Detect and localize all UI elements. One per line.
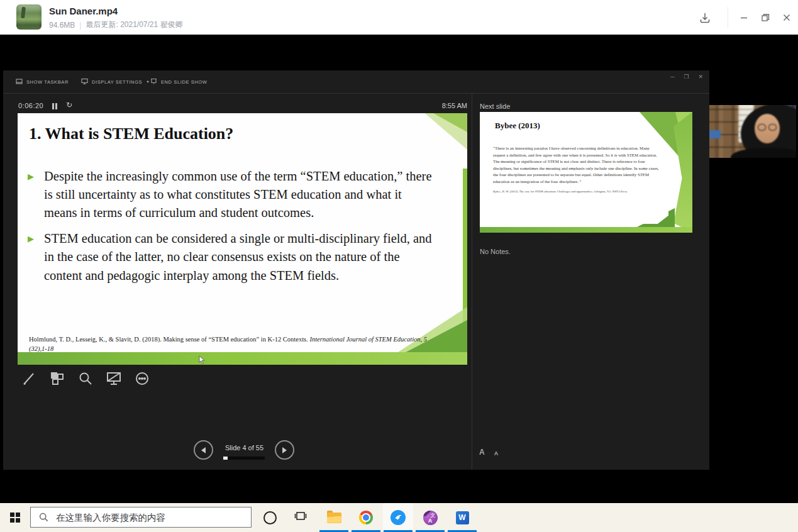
notes-font-controls: A A [479,448,498,457]
next-slide-quote: “There is an interesting paradox I have … [493,145,663,185]
display-settings-icon [81,76,88,87]
word-icon: W [456,511,469,524]
presenter-restore-icon[interactable]: ❐ [684,74,689,80]
see-all-slides-button[interactable] [48,371,66,389]
slide-decoration [673,112,692,233]
search-icon [39,513,48,522]
presenter-minimize-icon[interactable]: ─ [670,74,674,80]
bullet-text: Despite the increasingly common use of t… [44,167,435,222]
slide-bullet-list: ▶ Despite the increasingly common use of… [28,167,435,292]
next-slide-title: Bybee (2013) [495,121,540,131]
file-size: 94.6MB [49,21,75,30]
zoom-slide-button[interactable] [77,371,94,389]
slide-citation: Holmlund, T. D., Lesseig, K., & Slavit, … [29,335,441,353]
meta-separator: | [79,21,81,30]
slide-timer: 0:06:20 [18,102,43,109]
file-explorer-button[interactable] [319,503,349,532]
word-button[interactable]: W [447,503,477,532]
screen-slash-icon [106,371,122,389]
close-button[interactable] [779,9,795,26]
app-window: Sun Daner.mp4 94.6MB | 最后更新: 2021/07/21 … [0,0,798,532]
next-slide-label: Next slide [480,103,510,110]
restore-button[interactable] [757,9,773,26]
pane-divider [472,94,472,470]
last-updated: 最后更新: 2021/07/21 翟俊卿 [86,19,182,30]
slide-grid-icon [50,371,65,389]
translator-button[interactable]: 文 A [415,503,445,532]
video-title: Sun Daner.mp4 [49,6,118,16]
slide-title: 1. What is STEM Education? [29,125,233,143]
start-button[interactable] [0,503,30,532]
translator-icon: 文 A [423,511,438,525]
arrow-left-icon [201,447,206,453]
display-settings-label: DISPLAY SETTINGS [92,79,142,85]
slide-decoration [463,169,467,327]
video-player-surface[interactable]: SHOW TASKBAR DISPLAY SETTINGS ▼ END SLID… [0,35,798,503]
cortana-icon [263,511,277,524]
taskbar-icon [16,76,23,87]
next-slide-body: “There is an interesting paradox I have … [487,141,668,224]
windows-logo-icon [10,513,20,523]
decrease-font-button[interactable]: A [494,450,499,457]
arrow-right-icon [282,447,287,453]
increase-font-button[interactable]: A [479,448,485,457]
download-button[interactable] [697,9,713,26]
dingtalk-icon [391,510,406,525]
windows-taskbar: 文 A W [0,503,798,532]
slide-decoration [480,227,692,233]
app-header: Sun Daner.mp4 94.6MB | 最后更新: 2021/07/21 … [0,0,798,35]
bullet-icon: ▶ [28,167,38,222]
show-taskbar-button[interactable]: SHOW TASKBAR [16,75,69,88]
minimize-button[interactable] [736,9,752,26]
presenter-view: SHOW TASKBAR DISPLAY SETTINGS ▼ END SLID… [3,70,709,470]
next-slide-citation: Bybee, R. W. (2013). The case for STEM e… [493,190,663,193]
display-settings-button[interactable]: DISPLAY SETTINGS ▼ [81,75,150,88]
webcam-video [709,105,796,158]
dingtalk-button[interactable] [383,503,413,532]
chrome-button[interactable] [351,503,381,532]
presenter-glasses [756,124,778,130]
end-slide-show-button[interactable]: END SLIDE SHOW [150,75,207,88]
pen-tool-button[interactable] [20,371,38,389]
toolbar-divider [3,93,709,94]
next-slide-button[interactable] [275,440,294,460]
chevron-down-icon: ▼ [146,80,150,84]
bullet-icon: ▶ [28,230,38,284]
task-view-button[interactable] [286,503,315,532]
task-view-icon [294,511,307,524]
shelf-box [709,130,721,138]
notes-placeholder: No Notes. [480,248,511,255]
previous-slide-button[interactable] [194,440,213,460]
cortana-button[interactable] [255,503,284,532]
presenter-window-controls: ─ ❐ ✕ [670,74,703,80]
citation-text: Holmlund, T. D., Lesseig, K., & Slavit, … [29,336,309,343]
black-screen-button[interactable] [105,371,123,389]
header-divider [728,7,728,28]
more-options-button[interactable] [133,371,151,389]
minimize-icon [739,13,749,23]
restart-timer-button[interactable]: ↻ [66,101,72,109]
pause-timer-button[interactable] [52,103,58,109]
show-taskbar-label: SHOW TASKBAR [26,79,69,85]
slide-progress-fill [223,457,228,460]
bullet-text: STEM education can be considered a singl… [44,230,435,284]
annotation-toolbar [20,371,151,389]
current-slide: 1. What is STEM Education? ▶ Despite the… [18,113,467,365]
slide-bullet: ▶ STEM education can be considered a sin… [28,230,435,284]
magnifier-icon [78,371,93,389]
slide-decoration [18,352,467,365]
video-meta: 94.6MB | 最后更新: 2021/07/21 翟俊卿 [49,19,183,30]
presenter-close-icon[interactable]: ✕ [698,74,703,80]
restore-icon [760,13,770,23]
ellipsis-icon [135,371,150,389]
current-time: 8:55 AM [404,102,467,109]
end-show-icon [150,76,157,87]
search-input[interactable] [55,512,251,523]
download-icon [699,11,711,24]
video-thumbnail [16,4,42,30]
pen-icon [21,371,36,389]
next-slide-preview: Bybee (2013) “There is an interesting pa… [480,112,692,233]
slide-bullet: ▶ Despite the increasingly common use of… [28,167,435,222]
taskbar-search-box[interactable] [30,507,252,528]
end-slide-show-label: END SLIDE SHOW [161,79,207,85]
